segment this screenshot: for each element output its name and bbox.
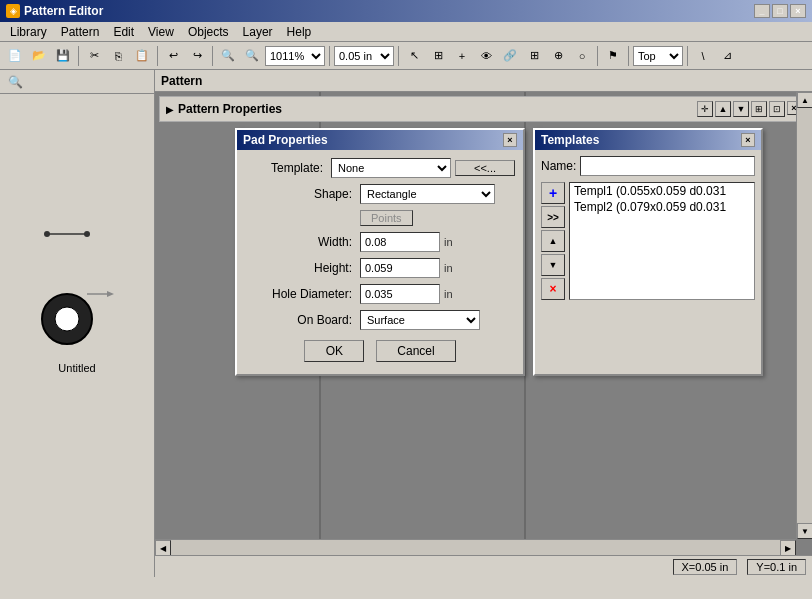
zoom-select[interactable]: 1011% bbox=[265, 46, 325, 66]
cancel-button[interactable]: Cancel bbox=[376, 340, 455, 362]
template-row: Template: None <<... bbox=[245, 158, 515, 178]
svg-point-6 bbox=[55, 307, 79, 331]
maximize-button[interactable]: □ bbox=[772, 4, 788, 18]
menu-library[interactable]: Library bbox=[4, 24, 53, 40]
new-button[interactable]: 📄 bbox=[4, 45, 26, 67]
scroll-up-button[interactable]: ▲ bbox=[797, 92, 812, 108]
connect-tool[interactable]: ⊕ bbox=[547, 45, 569, 67]
pp-icon-maximize[interactable]: ⊡ bbox=[769, 101, 785, 117]
dialog-container: Pad Properties × Template: None <<... bbox=[235, 128, 763, 376]
hole-diameter-label: Hole Diameter: bbox=[245, 287, 360, 301]
add-tool[interactable]: + bbox=[451, 45, 473, 67]
points-row: Points bbox=[245, 210, 515, 226]
grid-select[interactable]: 0.05 in bbox=[334, 46, 394, 66]
app-title: Pattern Editor bbox=[24, 4, 103, 18]
menu-view[interactable]: View bbox=[142, 24, 180, 40]
menu-layer[interactable]: Layer bbox=[237, 24, 279, 40]
height-input[interactable] bbox=[360, 258, 440, 278]
pp-icon-up[interactable]: ▲ bbox=[715, 101, 731, 117]
canvas-area: ▶ Pattern Properties ✛ ▲ ▼ ⊞ ⊡ × Pad Pro… bbox=[155, 92, 812, 555]
template-select[interactable]: None bbox=[331, 158, 451, 178]
menu-help[interactable]: Help bbox=[281, 24, 318, 40]
on-board-select[interactable]: Surface bbox=[360, 310, 480, 330]
width-input[interactable] bbox=[360, 232, 440, 252]
more-tool[interactable]: ⊿ bbox=[716, 45, 738, 67]
undo-button[interactable]: ↩ bbox=[162, 45, 184, 67]
eye-tool[interactable]: 👁 bbox=[475, 45, 497, 67]
toolbar: 📄 📂 💾 ✂ ⎘ 📋 ↩ ↪ 🔍 🔍 1011% 0.05 in ↖ ⊞ + … bbox=[0, 42, 812, 70]
templates-list: Templ1 (0.055x0.059 d0.031 Templ2 (0.079… bbox=[569, 182, 755, 300]
menu-edit[interactable]: Edit bbox=[107, 24, 140, 40]
component-preview-area: Untitled bbox=[0, 94, 154, 577]
grid-tool[interactable]: ⊞ bbox=[523, 45, 545, 67]
pad-props-close-button[interactable]: × bbox=[503, 133, 517, 147]
status-bar: X=0.05 in Y=0.1 in bbox=[155, 555, 812, 577]
menu-bar: Library Pattern Edit View Objects Layer … bbox=[0, 22, 812, 42]
zoom-out-button[interactable]: 🔍 bbox=[241, 45, 263, 67]
templates-up-button[interactable]: ▲ bbox=[541, 230, 565, 252]
hole-diameter-input[interactable] bbox=[360, 284, 440, 304]
scroll-down-button[interactable]: ▼ bbox=[797, 523, 812, 539]
copy-button[interactable]: ⎘ bbox=[107, 45, 129, 67]
minimize-button[interactable]: _ bbox=[754, 4, 770, 18]
width-unit: in bbox=[444, 236, 453, 248]
shape-row: Shape: Rectangle bbox=[245, 184, 515, 204]
status-x: X=0.05 in bbox=[673, 559, 738, 575]
select-tool[interactable]: ↖ bbox=[403, 45, 425, 67]
move-tool[interactable]: ⊞ bbox=[427, 45, 449, 67]
shape-label: Shape: bbox=[245, 187, 360, 201]
circle-tool[interactable]: ○ bbox=[571, 45, 593, 67]
save-button[interactable]: 💾 bbox=[52, 45, 74, 67]
ok-button[interactable]: OK bbox=[304, 340, 364, 362]
on-board-label: On Board: bbox=[245, 313, 360, 327]
pp-icon-down[interactable]: ▼ bbox=[733, 101, 749, 117]
flag-tool[interactable]: ⚑ bbox=[602, 45, 624, 67]
vertical-scroll-track[interactable] bbox=[797, 108, 812, 523]
pad-props-title-bar: Pad Properties × bbox=[237, 130, 523, 150]
template-browse-button[interactable]: <<... bbox=[455, 160, 515, 176]
svg-point-1 bbox=[44, 231, 50, 237]
pad-props-title: Pad Properties bbox=[243, 133, 328, 147]
templates-add-button[interactable]: + bbox=[541, 182, 565, 204]
title-bar: ◈ Pattern Editor _ □ × bbox=[0, 0, 812, 22]
vertical-scrollbar[interactable]: ▲ ▼ bbox=[796, 92, 812, 539]
pp-triangle-icon: ▶ bbox=[166, 104, 174, 115]
templates-apply-button[interactable]: >> bbox=[541, 206, 565, 228]
line-tool[interactable]: \ bbox=[692, 45, 714, 67]
status-y: Y=0.1 in bbox=[747, 559, 806, 575]
scroll-right-button[interactable]: ▶ bbox=[780, 540, 796, 555]
pattern-section-title: Pattern bbox=[155, 70, 812, 92]
width-label: Width: bbox=[245, 235, 360, 249]
points-button[interactable]: Points bbox=[360, 210, 413, 226]
templates-delete-button[interactable]: × bbox=[541, 278, 565, 300]
shape-select[interactable]: Rectangle bbox=[360, 184, 495, 204]
horizontal-scrollbar[interactable]: ◀ ▶ bbox=[155, 539, 796, 555]
link-tool[interactable]: 🔗 bbox=[499, 45, 521, 67]
left-panel-toolbar: 🔍 bbox=[0, 70, 154, 94]
close-button[interactable]: × bbox=[790, 4, 806, 18]
templates-close-button[interactable]: × bbox=[741, 133, 755, 147]
zoom-in-button[interactable]: 🔍 bbox=[217, 45, 239, 67]
view-select[interactable]: Top bbox=[633, 46, 683, 66]
menu-pattern[interactable]: Pattern bbox=[55, 24, 106, 40]
pp-icon-crosshair[interactable]: ✛ bbox=[697, 101, 713, 117]
left-panel: 🔍 Untitled bbox=[0, 70, 155, 577]
height-label: Height: bbox=[245, 261, 360, 275]
template-label: Template: bbox=[245, 161, 331, 175]
templates-name-label: Name: bbox=[541, 159, 576, 173]
horizontal-scroll-track[interactable] bbox=[171, 540, 780, 555]
template-item-1[interactable]: Templ2 (0.079x0.059 d0.031 bbox=[570, 199, 754, 215]
menu-objects[interactable]: Objects bbox=[182, 24, 235, 40]
open-button[interactable]: 📂 bbox=[28, 45, 50, 67]
dialog-buttons: OK Cancel bbox=[245, 340, 515, 366]
templates-down-button[interactable]: ▼ bbox=[541, 254, 565, 276]
redo-button[interactable]: ↪ bbox=[186, 45, 208, 67]
templates-name-input[interactable] bbox=[580, 156, 755, 176]
scroll-left-button[interactable]: ◀ bbox=[155, 540, 171, 555]
paste-button[interactable]: 📋 bbox=[131, 45, 153, 67]
pp-icon-resize[interactable]: ⊞ bbox=[751, 101, 767, 117]
templates-title-bar: Templates × bbox=[535, 130, 761, 150]
template-item-0[interactable]: Templ1 (0.055x0.059 d0.031 bbox=[570, 183, 754, 199]
cut-button[interactable]: ✂ bbox=[83, 45, 105, 67]
search-icon[interactable]: 🔍 bbox=[4, 71, 26, 93]
